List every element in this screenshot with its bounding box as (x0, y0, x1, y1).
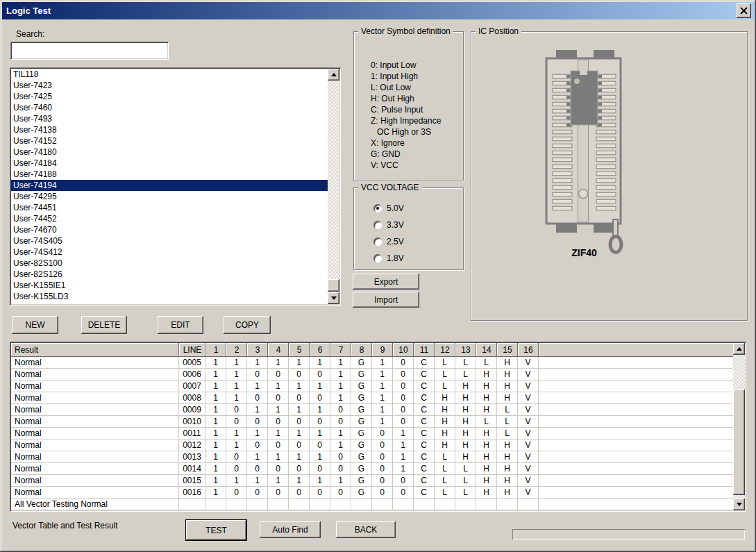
filler-cell (539, 416, 745, 428)
value-cell: 0 (393, 416, 414, 428)
scrollbar-thumb[interactable] (328, 279, 339, 292)
radio-icon[interactable] (373, 254, 382, 262)
value-cell: 0 (289, 463, 310, 475)
list-item[interactable]: User-82S100 (11, 258, 328, 269)
list-item[interactable]: User-7423 (11, 80, 328, 91)
list-item[interactable]: User-82S126 (11, 269, 328, 280)
list-item[interactable]: User-74451 (11, 202, 328, 213)
table-row: Normal00061100001G10CLLHHV (11, 369, 745, 380)
table-scrollbar[interactable] (733, 343, 745, 510)
value-cell: 1 (247, 451, 268, 463)
value-cell: 0 (310, 416, 330, 428)
table-row: Normal00151111111G00CLLHHV (11, 475, 745, 487)
radio-label: 2.5V (387, 237, 404, 246)
search-input[interactable] (10, 42, 169, 60)
scrollbar-thumb[interactable] (733, 390, 745, 495)
value-cell: 0 (268, 392, 289, 404)
value-cell (226, 499, 247, 510)
list-item[interactable]: User-7460 (11, 102, 328, 113)
vcc-option[interactable]: 5.0V (373, 203, 404, 212)
edit-button[interactable]: EDIT (158, 316, 203, 334)
close-button[interactable] (737, 3, 751, 18)
vcc-options: 5.0V3.3V2.5V1.8V (373, 203, 404, 262)
vcc-option[interactable]: 2.5V (373, 237, 404, 246)
filler-cell (539, 451, 745, 463)
slot-right (596, 130, 616, 134)
back-button[interactable]: BACK (336, 521, 396, 538)
test-button[interactable]: TEST (185, 519, 247, 541)
line-cell: 0009 (179, 404, 205, 416)
radio-icon[interactable] (373, 237, 382, 246)
list-item[interactable]: User-K155LD3 (11, 291, 328, 302)
value-cell: H (476, 475, 497, 487)
scroll-down-button[interactable] (733, 499, 745, 510)
list-item[interactable]: User-K155IE1 (11, 280, 328, 291)
vcc-option[interactable]: 1.8V (373, 253, 404, 262)
list-item[interactable]: User-74184 (11, 158, 328, 169)
symbol-line: H: Out High (371, 93, 460, 104)
scroll-up-button[interactable] (328, 69, 339, 81)
scroll-down-button[interactable] (328, 292, 339, 304)
list-item[interactable]: User-74452 (11, 213, 328, 224)
result-cell: Normal (11, 440, 179, 451)
slot-left (553, 192, 572, 196)
slot-right (596, 199, 616, 203)
filler-cell (539, 369, 745, 380)
value-cell: 0 (268, 440, 289, 451)
import-button[interactable]: Import (353, 292, 419, 308)
list-item[interactable]: User-74194 (11, 180, 328, 191)
copy-button[interactable]: COPY (224, 316, 271, 334)
list-item[interactable]: TIL118 (11, 69, 328, 80)
value-cell: 0 (289, 440, 310, 451)
list-item[interactable]: User-74188 (11, 169, 328, 180)
slot-right (596, 144, 616, 148)
value-cell: 1 (268, 428, 289, 440)
value-cell: 1 (393, 428, 414, 440)
list-item[interactable]: User-74295 (11, 191, 328, 202)
list-item[interactable]: User-74S412 (11, 246, 328, 258)
list-item[interactable]: User-74S405 (11, 235, 328, 246)
socket-bottom-tab-right (594, 224, 614, 233)
value-cell (455, 499, 476, 510)
radio-label: 5.0V (387, 203, 404, 213)
radio-icon[interactable] (373, 221, 382, 229)
slot-left (553, 151, 572, 155)
value-cell: 1 (330, 475, 351, 487)
list-item[interactable]: User-74670 (11, 224, 328, 235)
ic-listbox[interactable]: TIL118User-7423User-7425User-7460User-74… (10, 67, 341, 306)
vcc-voltage-group-title: VCC VOLTAGE (358, 183, 422, 192)
value-cell: 1 (268, 404, 289, 416)
export-button[interactable]: Export (353, 274, 419, 290)
value-cell: 0 (372, 440, 393, 451)
value-cell: V (518, 440, 539, 451)
value-cell: 0 (372, 487, 393, 499)
ic-list-scrollbar[interactable] (328, 69, 339, 304)
radio-icon[interactable] (373, 204, 382, 212)
new-button[interactable]: NEW (12, 316, 58, 334)
value-cell: H (497, 392, 518, 404)
value-cell: 0 (310, 392, 330, 404)
value-cell: V (518, 451, 539, 463)
value-cell: C (414, 416, 435, 428)
value-cell: 0 (247, 463, 268, 475)
delete-button[interactable]: DELETE (81, 316, 127, 334)
value-cell: 0 (268, 369, 289, 380)
value-cell: 1 (372, 369, 393, 380)
triangle-up-icon (737, 347, 742, 351)
value-cell: C (414, 404, 435, 416)
symbol-line: L: Out Low (371, 82, 460, 93)
value-cell: V (518, 369, 539, 380)
value-cell: 0 (310, 369, 330, 380)
auto-find-button[interactable]: Auto Find (260, 521, 321, 538)
list-item[interactable]: User-7493 (11, 113, 328, 124)
window-title: Logic Test (2, 6, 51, 16)
list-item[interactable]: User-74180 (11, 147, 328, 158)
list-item[interactable]: User-74152 (11, 135, 328, 147)
list-item[interactable]: User-74138 (11, 124, 328, 135)
scroll-up-button[interactable] (733, 343, 745, 355)
value-cell: 1 (247, 404, 268, 416)
vcc-option[interactable]: 3.3V (373, 220, 404, 229)
column-header: 12 (435, 343, 455, 357)
list-item[interactable]: User-7425 (11, 91, 328, 102)
test-button-face: TEST (186, 520, 246, 540)
